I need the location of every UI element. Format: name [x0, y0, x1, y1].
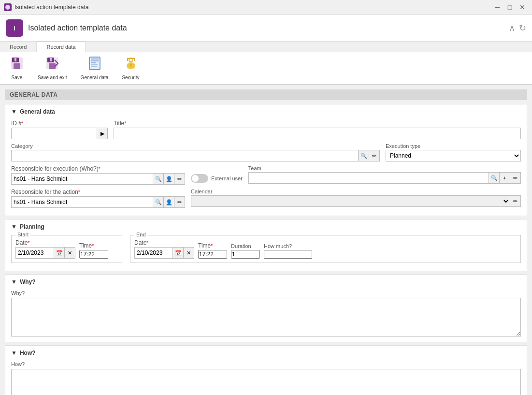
- duration-input[interactable]: [231, 250, 260, 259]
- responsible-action-field: Responsible for the action* 🔍 👤 ✏: [11, 189, 185, 208]
- app-icon: [4, 3, 12, 11]
- start-date-input[interactable]: [15, 247, 54, 259]
- responsible-action-label: Responsible for the action*: [11, 189, 185, 195]
- header-icons: ∧ ↻: [509, 23, 526, 33]
- team-input[interactable]: [248, 172, 489, 184]
- responsible-search-button[interactable]: 🔍: [153, 173, 164, 185]
- app-logo: i: [6, 19, 23, 37]
- responsible-action-search-button[interactable]: 🔍: [153, 196, 164, 208]
- responsible-action-input[interactable]: [11, 196, 153, 208]
- save-button[interactable]: Save: [4, 54, 30, 82]
- general-data-button[interactable]: General data: [75, 54, 115, 82]
- title-input[interactable]: [114, 128, 521, 139]
- team-edit-button[interactable]: ✏: [510, 172, 521, 184]
- svg-text:i: i: [14, 25, 15, 32]
- end-group: End Date* 📅 ✕ Time*: [130, 235, 521, 263]
- save-exit-icon: [45, 56, 59, 74]
- title-label: Title*: [114, 120, 521, 127]
- general-data-label: General data: [81, 75, 109, 80]
- ribbon-tabs: Record Record data: [0, 42, 532, 52]
- security-button[interactable]: Security: [116, 54, 145, 82]
- start-group: Start Date* 📅 ✕ Time*: [11, 235, 122, 263]
- end-date-calendar-button[interactable]: 📅: [173, 247, 184, 259]
- how-toggle: ▼: [11, 350, 17, 356]
- end-date-input-group: 📅 ✕: [134, 247, 194, 259]
- start-datetime: Date* 📅 ✕ Time*: [15, 239, 118, 259]
- external-user-switch[interactable]: [191, 174, 208, 183]
- category-execution-row: Category 🔍 ✏ Execution type Planned Unpl…: [11, 143, 521, 161]
- responsible-team-row: Responsible for execution (Who?)* 🔍 👤 ✏ …: [11, 165, 521, 185]
- svg-rect-14: [91, 62, 96, 63]
- start-date-field: Date* 📅 ✕: [15, 239, 75, 259]
- responsible-action-person-button[interactable]: 👤: [164, 196, 174, 208]
- maximize-button[interactable]: □: [504, 2, 516, 12]
- save-exit-button[interactable]: Save and exit: [32, 54, 73, 82]
- how-textarea[interactable]: [11, 369, 521, 395]
- how-title[interactable]: ▼ How?: [11, 350, 521, 356]
- how-much-input[interactable]: [264, 250, 312, 259]
- how-label: How?: [11, 361, 521, 367]
- id-field: ID #* ▶: [11, 120, 108, 139]
- refresh-icon[interactable]: ↻: [519, 23, 526, 33]
- execution-type-label: Execution type: [386, 143, 521, 149]
- svg-rect-15: [91, 64, 98, 65]
- end-date-input[interactable]: [134, 247, 173, 259]
- tab-record-data[interactable]: Record data: [37, 42, 86, 52]
- security-icon: [124, 56, 138, 74]
- how-panel: ▼ How? How?: [5, 345, 527, 395]
- responsible-edit-button[interactable]: ✏: [174, 173, 185, 185]
- id-browse-button[interactable]: ▶: [97, 128, 108, 139]
- responsible-action-edit-button[interactable]: ✏: [174, 196, 185, 208]
- save-icon: [10, 56, 24, 74]
- planning-toggle: ▼: [11, 223, 17, 230]
- tab-record[interactable]: Record: [0, 42, 37, 52]
- collapse-icon[interactable]: ∧: [509, 23, 515, 33]
- calendar-select[interactable]: [191, 195, 510, 207]
- team-add-button[interactable]: +: [500, 172, 510, 184]
- category-edit-button[interactable]: ✏: [369, 150, 380, 161]
- category-field: Category 🔍 ✏: [11, 143, 380, 161]
- id-label: ID #*: [11, 120, 108, 127]
- id-input[interactable]: [11, 128, 97, 139]
- team-label: Team: [248, 165, 521, 171]
- end-date-clear-button[interactable]: ✕: [184, 247, 194, 259]
- svg-rect-13: [91, 60, 99, 61]
- planning-panel: ▼ Planning Start Date* 📅 ✕: [5, 219, 527, 271]
- id-input-group: ▶: [11, 128, 108, 139]
- svg-rect-16: [91, 66, 97, 67]
- main-content: GENERAL DATA ▼ General data ID #* ▶ Titl…: [0, 85, 532, 395]
- save-exit-label: Save and exit: [38, 75, 67, 80]
- category-input[interactable]: [11, 150, 359, 161]
- start-date-calendar-button[interactable]: 📅: [54, 247, 65, 259]
- end-datetime: Date* 📅 ✕ Time*: [134, 239, 517, 259]
- end-time-field: Time*: [198, 242, 227, 259]
- calendar-edit-button[interactable]: ✏: [510, 195, 521, 207]
- team-search-button[interactable]: 🔍: [489, 172, 500, 184]
- title-bar: Isolated action template data ─ □ ✕: [0, 0, 532, 15]
- close-button[interactable]: ✕: [517, 2, 528, 12]
- start-date-clear-button[interactable]: ✕: [65, 247, 75, 259]
- why-title[interactable]: ▼ Why?: [11, 278, 521, 285]
- svg-rect-5: [14, 63, 20, 69]
- responsible-action-calendar-row: Responsible for the action* 🔍 👤 ✏ Calend…: [11, 189, 521, 208]
- svg-point-19: [129, 64, 132, 66]
- minimize-button[interactable]: ─: [491, 2, 503, 12]
- category-label: Category: [11, 143, 380, 149]
- start-time-input[interactable]: [79, 250, 108, 259]
- why-label: Why?: [11, 290, 521, 296]
- section-header-bar: GENERAL DATA: [5, 89, 527, 100]
- start-time-field: Time*: [79, 242, 108, 259]
- responsible-person-button[interactable]: 👤: [164, 173, 174, 185]
- why-toggle: ▼: [11, 278, 17, 285]
- responsible-execution-input[interactable]: [11, 173, 153, 185]
- end-time-input[interactable]: [198, 250, 227, 259]
- category-search-button[interactable]: 🔍: [359, 150, 369, 161]
- general-data-icon: [87, 56, 102, 74]
- execution-type-field: Execution type Planned Unplanned Immedia…: [386, 143, 521, 161]
- why-textarea[interactable]: [11, 298, 521, 336]
- toggle-knob: [192, 175, 199, 182]
- execution-type-select[interactable]: Planned Unplanned Immediate: [386, 150, 521, 161]
- planning-title[interactable]: ▼ Planning: [11, 223, 521, 230]
- general-data-title[interactable]: ▼ General data: [11, 108, 521, 115]
- svg-rect-6: [14, 58, 16, 61]
